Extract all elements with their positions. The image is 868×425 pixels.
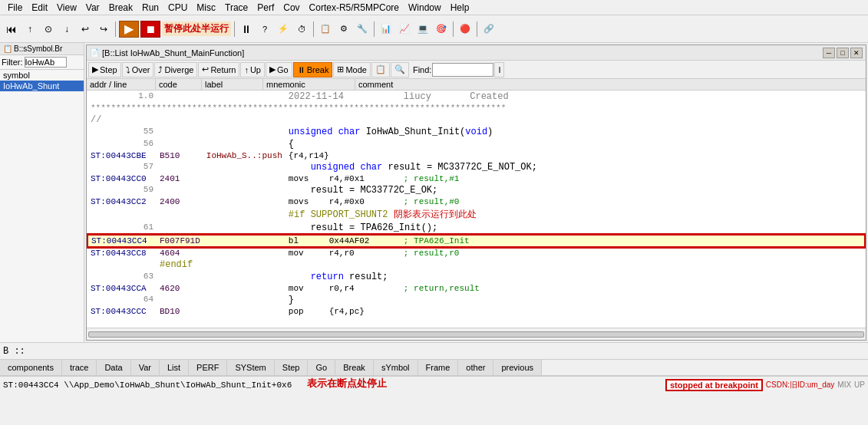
btn-extra2[interactable]: 🔍 [391, 62, 409, 77]
code-val [157, 271, 203, 283]
toolbar-speed[interactable]: ⚡ [275, 21, 292, 38]
addr-val: ST:00443CBE [87, 150, 157, 161]
toolbar-cpu[interactable]: 💻 [414, 21, 431, 38]
menu-perf[interactable]: Perf [252, 2, 279, 14]
table-row: #endif [87, 259, 865, 271]
toolbar-chart1[interactable]: 📊 [378, 21, 394, 38]
toolbar-help[interactable]: ? [256, 21, 273, 38]
menu-cortex[interactable]: Cortex-R5/R5MPCore [305, 2, 404, 14]
tab-step[interactable]: Step [275, 360, 309, 375]
code-val [157, 294, 203, 306]
tab-components[interactable]: components [0, 360, 62, 375]
toolbar-return-left[interactable]: ↩ [77, 21, 94, 38]
btn-step[interactable]: ▶ Step [88, 62, 121, 77]
label-val [203, 173, 285, 184]
tab-list[interactable]: List [160, 360, 189, 375]
btn-find-prev[interactable]: I [494, 62, 504, 77]
menu-run[interactable]: Run [137, 2, 163, 14]
btn-break[interactable]: ⏸ Break [293, 62, 333, 77]
menu-cov[interactable]: Cov [279, 2, 304, 14]
table-row: ST:00443CC2 2400 movs r4,#0x0 ; result,#… [87, 196, 865, 207]
btn-return[interactable]: ↩ Return [198, 62, 239, 77]
toolbar-breakpt[interactable]: 🔴 [457, 21, 474, 38]
col-header-code: code [156, 79, 202, 90]
toolbar-link[interactable]: 🔗 [480, 21, 497, 38]
code-table: 1.0 2022-11-14 liucy Created ***********… [87, 91, 866, 317]
shadow-label: 阴影表示运行到此处 [394, 209, 477, 219]
code-val: 2400 [157, 196, 203, 207]
tab-system[interactable]: SYStem [227, 360, 274, 375]
h-scrollbar[interactable] [87, 328, 866, 340]
filter-input[interactable] [25, 57, 67, 68]
diverge-icon: ⤴ [158, 65, 163, 74]
tab-perf[interactable]: PERF [189, 360, 227, 375]
tab-go[interactable]: Go [308, 360, 335, 375]
comment-val: liucy Created [401, 91, 865, 103]
toolbar-stop[interactable]: ⏹ [140, 21, 160, 38]
c-code: unsigned char IoHwAb_Shunt_Init(void) [285, 126, 865, 138]
label-val [203, 222, 285, 235]
mnem-val: mov r4,r0 [285, 247, 401, 259]
toolbar-chinese-label: 暂停此处半运行 [162, 21, 231, 36]
tab-other[interactable]: other [458, 360, 493, 375]
label-val [203, 271, 285, 283]
btn-go[interactable]: ▶ Go [266, 62, 292, 77]
col-header-label: label [202, 79, 263, 90]
label-val-current [203, 235, 285, 247]
find-input[interactable] [432, 63, 493, 77]
toolbar-rewind[interactable]: ⏮ [3, 21, 20, 38]
c-code: unsigned char result = MC33772C_E_NOT_OK… [285, 161, 865, 173]
status-breakpoint-badge: stopped at breakpoint [665, 379, 763, 391]
code-content[interactable]: 1.0 2022-11-14 liucy Created ***********… [87, 91, 866, 328]
code-val-current: F007F91D [157, 235, 203, 247]
btn-extra1[interactable]: 📋 [371, 62, 390, 77]
col-header-comment: comment [355, 79, 866, 90]
toolbar-step-back[interactable]: ↑ [21, 21, 38, 38]
sidebar-item-symbol[interactable]: symbol [0, 70, 84, 81]
btn-up[interactable]: ↑ Up [240, 62, 265, 77]
toolbar-play[interactable]: ▶ [119, 21, 139, 38]
tab-data[interactable]: Data [97, 360, 130, 375]
window-maximize[interactable]: □ [837, 48, 849, 58]
toolbar-clipboard[interactable]: 📋 [317, 21, 334, 38]
window-minimize[interactable]: ─ [823, 48, 835, 58]
tab-symbol[interactable]: sYmbol [374, 360, 418, 375]
col-header-addr: addr / line [87, 79, 156, 90]
menu-help[interactable]: Help [446, 2, 474, 14]
menu-edit[interactable]: Edit [27, 2, 52, 14]
menu-view[interactable]: View [52, 2, 81, 14]
sidebar-item-iohwab[interactable]: IoHwAb_Shunt [0, 81, 84, 91]
menu-window[interactable]: Window [404, 2, 446, 14]
toolbar-timer[interactable]: ⏱ [293, 21, 310, 38]
comment-val: ; result,r0 [401, 247, 865, 259]
tab-frame[interactable]: Frame [418, 360, 459, 375]
toolbar-down[interactable]: ↓ [58, 21, 75, 38]
tab-break[interactable]: Break [335, 360, 374, 375]
addr-val: ST:00443CC8 [87, 247, 157, 259]
tab-previous[interactable]: previous [493, 360, 542, 375]
btn-diverge[interactable]: ⤴ Diverge [154, 62, 197, 77]
menu-cpu[interactable]: CPU [163, 2, 192, 14]
toolbar-settings[interactable]: ⚙ [335, 21, 352, 38]
line-num: 61 [87, 222, 157, 235]
table-row: ST:00443CCC BD10 pop {r4,pc} [87, 306, 865, 317]
toolbar-chart2[interactable]: 📈 [396, 21, 413, 38]
menu-break[interactable]: Break [104, 2, 137, 14]
tab-trace[interactable]: trace [62, 360, 97, 375]
toolbar-pause[interactable]: ⏸ [238, 21, 255, 38]
toolbar-memory[interactable]: 🔧 [354, 21, 371, 38]
menu-trace[interactable]: Trace [220, 2, 252, 14]
menu-file[interactable]: File [3, 2, 27, 14]
menu-var[interactable]: Var [81, 2, 104, 14]
btn-over[interactable]: ⤵ Over [122, 62, 154, 77]
btn-mode[interactable]: ⊞ Mode [333, 62, 371, 77]
toolbar-return-right[interactable]: ↪ [95, 21, 112, 38]
tab-var[interactable]: Var [131, 360, 160, 375]
toolbar-target[interactable]: 🎯 [433, 21, 450, 38]
column-headers: addr / line code label mnemonic comment [87, 79, 866, 91]
preprocessor: #endif [157, 259, 865, 271]
window-close[interactable]: ✕ [850, 48, 863, 58]
menu-misc[interactable]: Misc [192, 2, 220, 14]
label-val [203, 294, 285, 306]
toolbar-something[interactable]: ⊙ [40, 21, 57, 38]
